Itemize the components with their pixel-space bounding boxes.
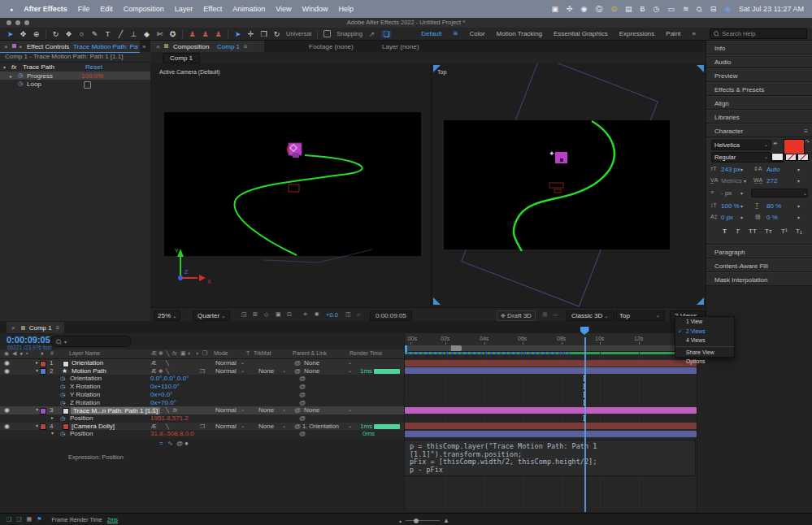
property-name[interactable]: Position [70,430,93,438]
menu-window[interactable]: Window [302,5,328,13]
trkmat-select[interactable]: None [258,406,274,414]
exposure-value[interactable]: +0.0 [326,311,338,319]
no-fill-swatch-2[interactable] [797,154,809,161]
expander-icon[interactable]: ▾ [36,367,38,375]
zoom-slider-knob[interactable] [414,518,419,523]
parent-arrow-icon[interactable]: ⌄ [348,406,352,414]
playhead-line[interactable] [584,337,586,512]
eyedropper-icon[interactable]: ✒ [773,141,778,147]
stroke-fill-pair-icon[interactable] [771,153,784,163]
prop-expander-icon[interactable]: ▸ [51,414,54,423]
zoom-in-mountain-icon[interactable]: ▲ [443,517,449,524]
expression-pickwhip-icon[interactable]: @ [176,440,183,448]
brush-tool[interactable]: ╱ [117,30,124,38]
comp-marker[interactable] [449,345,462,351]
expression-editor[interactable]: p = thisComp.layer("Trace Motion Path: P… [404,440,696,476]
baseline-shift-value[interactable]: 0 px [721,214,733,221]
grid-options-icon[interactable]: ◲ [241,311,247,318]
camera-orbit-tool[interactable]: ↻ [273,30,280,38]
video-column-icon[interactable]: ◉ [4,349,9,358]
timeline-tab-menu-icon[interactable]: ≡ [56,324,60,332]
type-tool[interactable]: T [104,30,111,38]
panel-overflow-icon[interactable]: » [142,43,145,50]
zoom-tool[interactable]: ⊕ [33,30,40,38]
separate-dimensions-icon[interactable]: ❏ [381,30,392,38]
render-time-column[interactable]: Render Time [350,349,382,358]
progress-param-label[interactable]: Progress [27,72,53,80]
parent-select[interactable]: None [304,367,319,375]
effect-name[interactable]: Trace Path [23,63,54,71]
layer-name-column[interactable]: Layer Name [69,349,100,358]
eye-icon[interactable]: ◉ [4,367,10,375]
solo-column-icon[interactable]: ● [20,349,23,358]
parent-select[interactable]: None [304,406,319,414]
mode-column[interactable]: Mode [214,349,228,358]
prop-expander-icon[interactable]: ▾ [51,430,54,438]
panel-mask-interpolation[interactable]: Mask Interpolation [706,272,812,286]
menu-item-2-views[interactable]: ✓ 2 Views [675,327,734,336]
font-size-value[interactable]: 243 px [721,166,740,173]
work-area-bar[interactable] [405,345,697,352]
transparency-grid-icon[interactable]: ▣ [276,311,281,318]
label-swatch[interactable] [40,361,46,367]
view-layout-3d-select[interactable]: Top ⌄ [614,310,665,321]
label-swatch[interactable] [40,408,46,414]
property-row-y-rotation[interactable]: ◷ Y Rotation 0x+0.0° @ [0,391,404,399]
progress-stopwatch-icon[interactable]: ◷ [18,72,23,79]
layer-2-duration-bar[interactable] [405,367,697,374]
figure-tool-1-icon[interactable]: ♟ [189,30,196,38]
character-panel-menu-icon[interactable]: ≡ [804,124,808,138]
blend-mode-select[interactable]: Normal [215,406,237,414]
collapse-column-icon[interactable]: ❋ [158,349,163,358]
orbit-tool[interactable]: ↻ [52,30,59,38]
panel-libraries[interactable]: Libraries [706,110,812,124]
snapshot-camera-icon[interactable]: ◫ [345,311,351,318]
property-row-x-rotation[interactable]: ◷ X Rotation 0x+110.0° @ [0,383,404,391]
vertical-scale-value[interactable]: 100 % [721,202,740,210]
hand-tool[interactable]: ✥ [20,30,27,38]
superscript-button[interactable]: T¹ [781,228,788,235]
renderer-select[interactable]: Classic 3D ⌄ [567,310,614,321]
shy-switch-icon[interactable]: Æ [151,359,157,367]
footer-timecode[interactable]: 0:00:09:05 [370,310,412,321]
layer-name[interactable]: Orientation [72,359,103,367]
stopwatch-icon[interactable]: ◷ [60,391,65,399]
panel-info[interactable]: Info [706,41,812,54]
roto-brush-tool[interactable]: ✄ [156,30,163,38]
view-left-label[interactable]: Active Camera (Default) [159,69,220,75]
mask-visibility-icon[interactable]: ⊞ [253,311,258,318]
blend-mode-select[interactable]: Normal [215,423,237,431]
figure-tool-2-icon[interactable]: ♟ [202,30,209,38]
kerning-value[interactable]: Metrics [721,177,742,184]
fx-switch-icon[interactable]: fx [173,406,177,414]
trkmat-arrow-icon[interactable]: ⌄ [282,423,286,431]
timeline-zoom-control[interactable]: ▲ ▲ [398,517,449,524]
close-comp-panel-icon[interactable]: × [156,43,160,50]
parent-arrow-icon[interactable]: ⌄ [348,359,352,367]
menu-edit[interactable]: Edit [100,5,113,13]
time-machine-icon[interactable]: ◷ [654,5,660,13]
threed-column-icon[interactable]: ❒ [202,349,207,358]
layer-4-duration-bar[interactable] [405,423,697,429]
search-options-icon[interactable]: ▾ [64,339,67,345]
font-style-select[interactable]: Regular⌄ [711,152,771,163]
snap-options-icon[interactable]: ↗ [368,30,376,38]
coin-icon[interactable]: ⊙ [610,5,617,13]
threed-switch-icon[interactable]: ❒ [200,367,205,375]
comp-viewer-tab[interactable]: Comp 1 [163,53,200,63]
small-caps-button[interactable]: Tт [765,228,772,235]
pickwhip-icon[interactable]: @ [294,423,301,431]
stroke-width-value[interactable]: - px [721,189,732,197]
eye-icon[interactable]: ◉ [4,359,10,367]
kerning-arrow-icon[interactable]: ▾ [744,178,746,184]
display-icon[interactable]: ▣ [552,5,559,13]
battery-icon[interactable]: ▭ [667,5,675,13]
minimize-window-button[interactable] [15,20,20,25]
expression-graph-icon[interactable]: ∿ [167,440,173,448]
property-row-position-trace[interactable]: ▸ ◷ Position 1951.8,571.2 @ [0,414,404,423]
panel-character[interactable]: Character ≡ [706,124,812,137]
property-value[interactable]: 0x+110.0° [150,383,180,391]
subscript-button[interactable]: T₁ [796,228,802,235]
workspace-tab-paint[interactable]: Paint [666,30,680,37]
tracking-value[interactable]: 272 [766,177,777,184]
